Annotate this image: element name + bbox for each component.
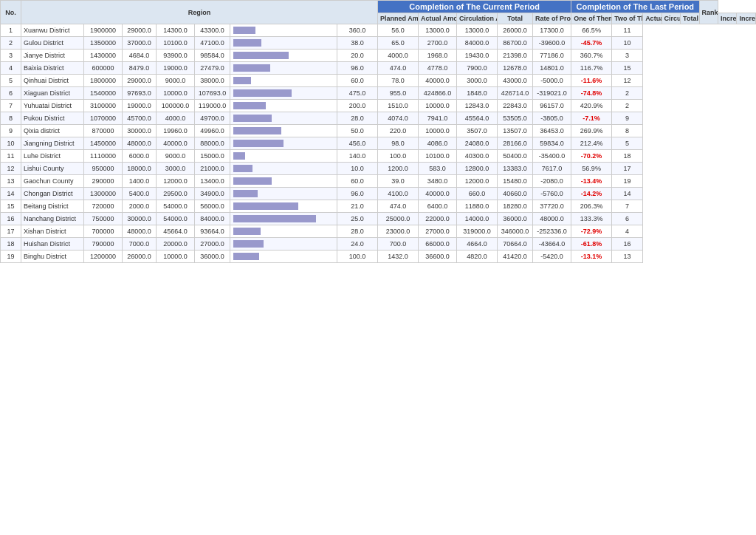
cell-increase: -74.8% (571, 87, 612, 100)
cell-circulation: 93900.0 (157, 50, 195, 62)
cell-circ-last: 4664.0 (457, 238, 498, 251)
sub-one: One of Them (571, 13, 612, 24)
cell-no: 9 (1, 125, 21, 137)
cell-circulation: 9000.0 (157, 150, 195, 163)
cell-ranking: 7 (612, 200, 643, 213)
cell-total-last: 41420.0 (498, 251, 533, 263)
cell-total: 49960.0 (195, 125, 230, 137)
cell-circulation: 10000.0 (157, 251, 195, 263)
cell-circulation: 29500.0 (157, 188, 195, 200)
cell-total-last: 15480.0 (498, 175, 533, 188)
cell-circ-last: 40300.0 (457, 150, 498, 163)
cell-total-last: 22843.0 (498, 100, 533, 112)
cell-act-last: 10100.0 (419, 150, 457, 163)
cell-act-last: 3480.0 (419, 175, 457, 188)
cell-actual: 48000.0 (123, 225, 157, 238)
cell-increment: -319021.0 (533, 87, 571, 100)
cell-act-last: 1968.0 (419, 50, 457, 62)
cell-ranking: 14 (612, 188, 643, 200)
cell-act-last: 66000.0 (419, 238, 457, 251)
cell-no: 5 (1, 75, 21, 87)
cell-total: 107693.0 (195, 87, 230, 100)
cell-circulation: 45664.0 (157, 225, 195, 238)
cell-no: 7 (1, 100, 21, 112)
cell-total: 13400.0 (195, 175, 230, 188)
cell-actual: 37000.0 (123, 37, 157, 50)
cell-progress (230, 125, 337, 137)
cell-region: Xishan District (21, 225, 84, 238)
cell-one: 50.0 (337, 125, 378, 137)
cell-progress (230, 100, 337, 112)
cell-progress (230, 62, 337, 75)
cell-circ-last: 19430.0 (457, 50, 498, 62)
cell-region: Xiaguan District (21, 87, 84, 100)
cell-total-last: 28166.0 (498, 137, 533, 150)
cell-ranking: 6 (612, 213, 643, 225)
cell-circulation: 10100.0 (157, 37, 195, 50)
cell-planned: 600000 (84, 62, 123, 75)
cell-total: 88000.0 (195, 137, 230, 150)
cell-increment: 14801.0 (533, 62, 571, 75)
cell-actual: 7000.0 (123, 238, 157, 251)
cell-two: 78.0 (378, 75, 419, 87)
cell-actual: 48000.0 (123, 137, 157, 150)
cell-actual: 97693.0 (123, 87, 157, 100)
cell-region: Beitang District (21, 200, 84, 213)
cell-two: 100.0 (378, 150, 419, 163)
cell-increment: -3805.0 (533, 112, 571, 125)
cell-region: Gulou District (21, 37, 84, 50)
cell-actual: 1400.0 (123, 175, 157, 188)
cell-two: 474.0 (378, 200, 419, 213)
cell-act-last: 7941.0 (419, 112, 457, 125)
cell-act-last: 2700.0 (419, 37, 457, 50)
cell-increment: -5000.0 (533, 75, 571, 87)
cell-circulation: 12000.0 (157, 175, 195, 188)
cell-act-last: 36600.0 (419, 251, 457, 263)
cell-total: 93664.0 (195, 225, 230, 238)
cell-ranking: 13 (612, 251, 643, 263)
cell-two: 4074.0 (378, 112, 419, 125)
cell-region: Qinhuai District (21, 75, 84, 87)
cell-act-last: 27000.0 (419, 225, 457, 238)
cell-total-last: 12678.0 (498, 62, 533, 75)
cell-ranking: 4 (612, 225, 643, 238)
cell-actual: 45700.0 (123, 112, 157, 125)
cell-total: 98584.0 (195, 50, 230, 62)
cell-one: 10.0 (337, 163, 378, 175)
sub-circ-last: Circulation Amount (662, 13, 680, 24)
cell-increase: -13.1% (571, 251, 612, 263)
cell-ranking: 2 (612, 100, 643, 112)
cell-increase: 269.9% (571, 125, 612, 137)
cell-ranking: 15 (612, 62, 643, 75)
cell-one: 28.0 (337, 225, 378, 238)
cell-region: Yuhuatai District (21, 100, 84, 112)
cell-planned: 750000 (84, 213, 123, 225)
cell-ranking: 17 (612, 163, 643, 175)
cell-ranking: 9 (612, 112, 643, 125)
cell-progress (230, 24, 337, 37)
cell-ranking: 10 (612, 37, 643, 50)
cell-actual: 30000.0 (123, 125, 157, 137)
cell-total-last: 50400.0 (498, 150, 533, 163)
cell-planned: 1540000 (84, 87, 123, 100)
col-no: No. (1, 1, 21, 24)
cell-increment: -2080.0 (533, 175, 571, 188)
cell-ranking: 18 (612, 150, 643, 163)
header-last: Completion of The Last Period (571, 1, 699, 13)
cell-actual: 29000.0 (123, 75, 157, 87)
cell-ranking: 5 (612, 137, 643, 150)
cell-no: 1 (1, 24, 21, 37)
cell-ranking: 3 (612, 50, 643, 62)
cell-actual: 29000.0 (123, 24, 157, 37)
cell-total: 38000.0 (195, 75, 230, 87)
cell-planned: 700000 (84, 225, 123, 238)
cell-progress (230, 87, 337, 100)
cell-increment: -5420.0 (533, 251, 571, 263)
cell-region: Luhe District (21, 150, 84, 163)
cell-circ-last: 45564.0 (457, 112, 498, 125)
cell-two: 220.0 (378, 125, 419, 137)
cell-total: 34900.0 (195, 188, 230, 200)
cell-two: 1432.0 (378, 251, 419, 263)
cell-progress (230, 75, 337, 87)
cell-planned: 1110000 (84, 150, 123, 163)
